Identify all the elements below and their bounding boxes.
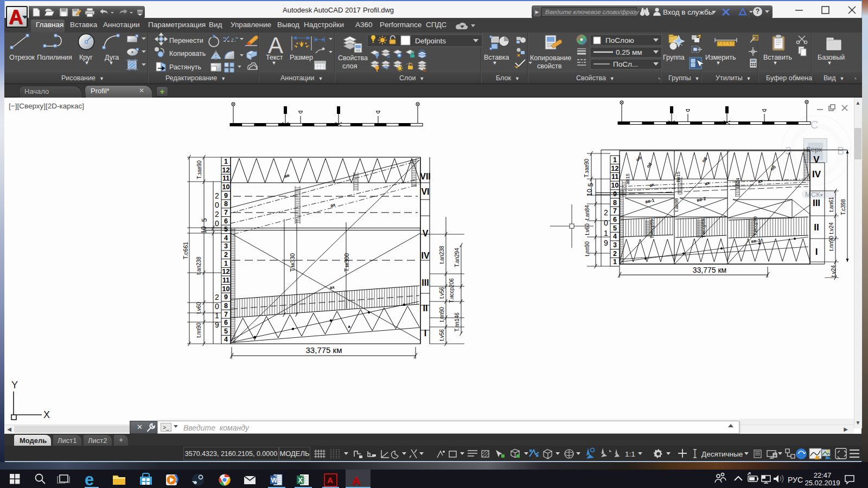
svg-text:IV: IV (812, 169, 821, 179)
svg-text:об: об (646, 162, 653, 169)
svg-text:ах: ах (329, 285, 335, 290)
svg-text:10: 10 (222, 285, 230, 293)
svg-text:Т.ап294: Т.ап294 (454, 248, 460, 267)
svg-text:4: 4 (224, 336, 228, 343)
svg-text:0.25 мм: 0.25 мм (616, 48, 642, 56)
svg-text:9: 9 (224, 192, 228, 200)
svg-text:ПоСл...: ПоСл... (613, 60, 638, 68)
svg-text:V: V (813, 155, 820, 165)
svg-text:6: 6 (224, 217, 228, 225)
svg-text:V: V (423, 229, 429, 238)
svg-text:Т.зав90: Т.зав90 (584, 158, 590, 177)
svg-text:2: 2 (604, 208, 608, 217)
svg-text:8: 8 (224, 200, 228, 208)
svg-text:VII: VII (420, 172, 431, 181)
svg-text:2: 2 (215, 210, 219, 219)
svg-text:9: 9 (224, 293, 228, 301)
svg-text:t.ап238: t.ап238 (196, 256, 202, 275)
svg-text:об: об (770, 164, 777, 171)
svg-text:2: 2 (215, 191, 219, 200)
svg-text:t.пп90: t.пп90 (439, 307, 445, 322)
svg-text:III: III (813, 198, 820, 208)
svg-text:Defpoints: Defpoints (415, 37, 446, 45)
svg-text:Т.с661: Т.с661 (182, 242, 189, 259)
svg-text:10: 10 (222, 183, 230, 191)
svg-text:ах: ах (649, 182, 655, 188)
svg-text:ах: ах (757, 178, 764, 184)
svg-text:0: 0 (215, 219, 219, 228)
svg-text:1: 1 (224, 158, 228, 165)
svg-text:11: 11 (611, 173, 618, 181)
svg-text:X: X (43, 409, 50, 420)
svg-text:1: 1 (215, 311, 219, 320)
svg-text:A: A (268, 33, 283, 58)
svg-text:6: 6 (224, 319, 228, 326)
svg-text:ах: ах (704, 180, 711, 186)
svg-text:Y: Y (11, 380, 18, 390)
svg-text:t.пп90: t.пп90 (584, 241, 590, 256)
svg-text:t.v60: t.v60 (196, 302, 202, 314)
svg-text:22:47: 22:47 (814, 471, 832, 479)
svg-text:1: 1 (613, 156, 617, 164)
svg-text:Т.исср206: Т.исср206 (449, 278, 455, 303)
svg-text:Т.с398: Т.с398 (840, 199, 846, 215)
svg-text:Т.исср58: Т.исср58 (701, 219, 706, 238)
svg-text:▲: ▲ (347, 324, 352, 329)
svg-text:t.v56: t.v56 (439, 329, 445, 341)
svg-text:II: II (423, 304, 428, 313)
svg-text:вв-2: вв-2 (697, 196, 707, 203)
svg-text:2: 2 (224, 251, 228, 259)
svg-text:ПоСлою: ПоСлою (605, 36, 634, 44)
svg-text:t.ап238: t.ап238 (439, 246, 445, 264)
svg-text:2: 2 (215, 293, 219, 301)
svg-text:0: 0 (604, 219, 608, 227)
svg-text:Т.м330: Т.м330 (289, 253, 296, 272)
svg-text:3: 3 (613, 241, 617, 249)
svg-text:t.v24: t.v24 (828, 222, 834, 234)
svg-text:t.ап61: t.ап61 (828, 197, 834, 212)
svg-text:VI: VI (421, 187, 429, 196)
svg-text:t.ап98: t.ап98 (674, 198, 679, 212)
svg-text:Десятичные: Десятичные (701, 450, 743, 458)
svg-text:1:1: 1:1 (625, 450, 635, 458)
svg-text:3: 3 (224, 242, 228, 250)
svg-text:8: 8 (224, 302, 228, 310)
svg-text:№15: №15 (675, 171, 681, 182)
svg-text:7: 7 (224, 311, 228, 318)
svg-text:9: 9 (215, 320, 219, 329)
svg-text:8: 8 (613, 199, 617, 207)
svg-text:12: 12 (222, 268, 230, 275)
svg-text:11: 11 (222, 277, 229, 284)
svg-text:t.пп90: t.пп90 (828, 236, 834, 251)
svg-text:5: 5 (224, 328, 228, 335)
svg-text:7: 7 (224, 209, 228, 216)
svg-text:33,775 км: 33,775 км (693, 266, 726, 274)
svg-text:2: 2 (613, 250, 617, 258)
svg-text:4: 4 (224, 234, 228, 242)
svg-text:10: 10 (200, 226, 208, 234)
svg-text:t.v24: t.v24 (831, 265, 837, 277)
svg-text:Т.пп146: Т.пп146 (454, 312, 460, 332)
svg-text:I: I (424, 329, 426, 338)
svg-text:0: 0 (215, 201, 219, 209)
svg-text:4: 4 (613, 233, 617, 240)
svg-text:A: A (327, 476, 333, 485)
svg-text:9: 9 (613, 190, 617, 198)
svg-text:!: ! (818, 455, 819, 459)
svg-text:Вход в службы: Вход в службы (663, 8, 713, 16)
svg-text:1: 1 (613, 258, 617, 266)
svg-text:III: III (422, 278, 429, 287)
svg-text:1: 1 (604, 229, 608, 237)
svg-text:e: e (85, 470, 94, 488)
svg-text:ап15: ап15 (625, 174, 630, 184)
svg-text:t.пп90: t.пп90 (196, 323, 202, 338)
svg-text:Т.исср90: Т.исср90 (752, 216, 758, 236)
svg-text:9: 9 (604, 239, 608, 247)
svg-text:33,775 км: 33,775 км (306, 345, 342, 355)
svg-text:6: 6 (613, 216, 617, 223)
svg-text:5: 5 (224, 226, 228, 233)
svg-text:t.v60: t.v60 (584, 223, 590, 235)
svg-text:t.ап84: t.ап84 (584, 205, 590, 220)
svg-text:0: 0 (215, 302, 219, 311)
svg-text:об: об (701, 156, 708, 163)
